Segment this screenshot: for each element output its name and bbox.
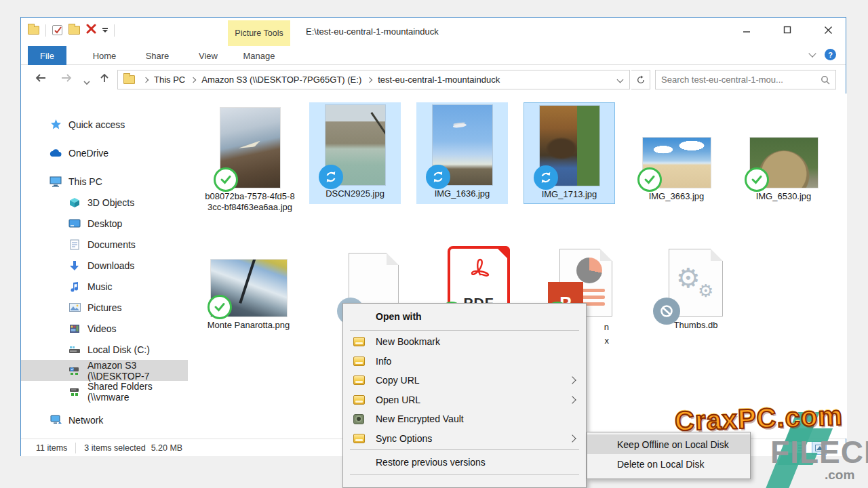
expand-ribbon-icon[interactable] [808,49,816,57]
menu-item-new-encrypted-vault[interactable]: New Encrypted Vault [343,409,586,429]
toolbar-separator [114,24,115,37]
search-box[interactable] [655,70,836,89]
breadcrumb[interactable]: This PC Amazon S3 (\\DESKTOP-7PG65GT) (E… [117,70,630,89]
help-icon[interactable]: ? [825,49,836,60]
tab-share[interactable]: Share [135,46,180,65]
menu-item-sync-options[interactable]: Sync Options [343,429,586,449]
sidebar-item-network[interactable]: Network [21,409,188,430]
status-separator [75,443,76,453]
menu-separator [350,474,579,475]
menu-item-restore-previous-versions[interactable]: Restore previous versions [343,451,586,473]
customize-toolbar-icon[interactable] [102,28,108,33]
location-folder-icon [123,75,135,84]
minimize-button[interactable] [741,24,752,35]
synced-badge-icon [637,167,662,192]
sidebar-item-label: Pictures [87,302,122,313]
document-icon [68,239,81,251]
file-tile[interactable]: IMG_1636.jpg [416,102,508,204]
maximize-button[interactable] [782,24,793,35]
menu-item-label: New Encrypted Vault [376,413,464,424]
search-input[interactable] [661,75,821,85]
sidebar-item-music[interactable]: Music [21,276,188,297]
breadcrumb-drive[interactable]: Amazon S3 (\\DESKTOP-7PG65GT) (E:) [201,75,361,85]
sidebar-item-desktop[interactable]: Desktop [21,213,188,234]
address-dropdown-icon[interactable] [617,77,624,83]
menu-item-new-bookmark[interactable]: New Bookmark [343,332,586,352]
cloud-icon [50,147,62,159]
delete-icon[interactable] [86,24,96,37]
sidebar-item-documents[interactable]: Documents [21,234,188,255]
menu-item-label: Delete on Local Disk [617,459,704,470]
app-folder-icon [28,26,39,35]
close-button[interactable] [823,24,833,35]
sidebar-item-this-pc[interactable]: This PC [21,171,188,192]
file-tile[interactable]: b08072ba-7578-4fd5-83cc-bf84f63ea6aa.jpg [204,102,296,213]
file-name-fragment: x [604,334,609,348]
file-tile[interactable]: IMG_1713.jpg [524,102,615,204]
file-tile[interactable]: ⚙ ⚙ Thumbs.db [652,238,740,331]
file-tile[interactable]: DSCN2925.jpg [309,102,401,204]
vault-icon [353,413,365,425]
ignored-badge-icon [653,298,680,325]
up-icon[interactable] [99,73,110,86]
filecr-watermark: FILECR [770,434,868,470]
synced-badge-icon [745,167,769,192]
sidebar-item-amazon-s3[interactable]: Amazon S3 (\\DESKTOP-7 [21,360,188,381]
menu-item-open-with[interactable]: Open with [343,304,586,329]
file-name: IMG_1713.jpg [524,189,614,200]
sidebar-item-label: Shared Folders (\\vmware [87,381,188,403]
sidebar-item-pictures[interactable]: Pictures [21,297,188,318]
ribbon-tab-row: File Home Share View Manage ? [21,46,846,65]
navigation-pane: Quick access OneDrive This PC 3D Objects… [21,94,188,439]
refresh-button[interactable] [631,70,650,89]
desktop-icon [68,218,81,230]
properties-icon[interactable] [52,25,62,35]
search-icon[interactable] [821,75,830,85]
tab-home[interactable]: Home [82,46,127,65]
tab-file[interactable]: File [28,46,66,65]
sidebar-item-label: Music [87,281,113,292]
synced-badge-icon [214,167,238,192]
file-name: b08072ba-7578-4fd5-83cc-bf84f63ea6aa.jpg [204,191,296,213]
shared-drive-icon [68,386,81,398]
new-folder-icon[interactable] [68,26,80,35]
menu-item-label: Restore previous versions [376,457,486,468]
sidebar-item-videos[interactable]: Videos [21,318,188,339]
sidebar-item-downloads[interactable]: Downloads [21,255,188,276]
sync-in-progress-badge-icon [319,165,343,189]
sidebar-item-local-disk-c[interactable]: Local Disk (C:) [21,339,188,360]
file-name: Monte Panarotta.png [206,320,291,331]
submenu-item-delete-local[interactable]: Delete on Local Disk [587,454,750,474]
tab-manage[interactable]: Manage [228,46,290,65]
network-icon [50,414,62,426]
gear-icon: ⚙ [676,264,701,291]
submenu-arrow-icon [568,377,576,384]
sidebar-item-3d-objects[interactable]: 3D Objects [21,192,188,213]
file-name-fragment: n [604,321,609,334]
tab-view[interactable]: View [187,46,229,65]
quick-access-toolbar [28,24,115,37]
file-name: IMG_1636.jpg [416,188,508,199]
recent-locations-icon[interactable] [83,76,90,88]
sidebar-item-quick-access[interactable]: Quick access [21,114,188,135]
file-tile[interactable]: IMG_6530.jpg [738,102,829,202]
menu-item-open-url[interactable]: Open URL [343,390,586,410]
sidebar-item-shared-folders[interactable]: Shared Folders (\\vmware [21,381,188,402]
mountainduck-drive-icon [353,336,365,348]
sync-options-submenu: Keep Offline on Local Disk Delete on Loc… [587,432,751,479]
menu-item-info[interactable]: Info [343,352,586,371]
file-tile[interactable]: Monte Panarotta.png [206,238,291,331]
breadcrumb-this-pc[interactable]: This PC [154,75,185,85]
sidebar-item-onedrive[interactable]: OneDrive [21,142,188,163]
mountainduck-drive-icon [353,374,365,386]
file-tile[interactable]: IMG_3663.jpg [631,102,722,202]
breadcrumb-folder[interactable]: test-eu-central-1-mountainduck [378,75,500,85]
submenu-item-keep-offline[interactable]: Keep Offline on Local Disk [587,434,750,454]
sidebar-item-label: Quick access [68,119,125,130]
menu-item-copy-url[interactable]: Copy URL [343,371,586,390]
back-icon[interactable] [35,73,47,86]
contextual-tab-group: Picture Tools [228,20,290,46]
menu-item-label: Keep Offline on Local Disk [617,439,729,450]
submenu-arrow-icon [568,434,576,442]
film-icon [68,323,81,335]
